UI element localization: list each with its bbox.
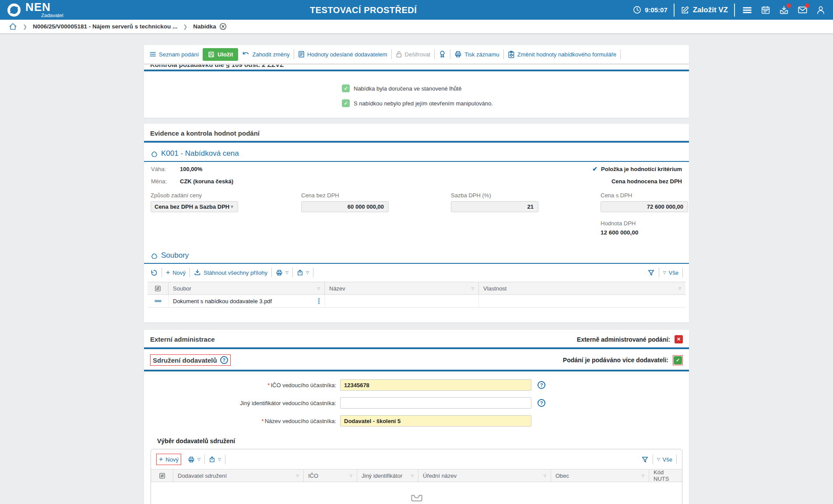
column-header-jiny-identifikator[interactable]: Jiný identifikátor▽ bbox=[357, 469, 418, 482]
drag-handle-icon[interactable] bbox=[318, 298, 320, 304]
discard-changes-button[interactable]: Zahodit změny bbox=[242, 51, 289, 58]
column-header-kod-nuts[interactable]: Kód NUTS bbox=[649, 469, 682, 482]
export-grid-button[interactable]: ▽ bbox=[209, 456, 221, 463]
brand-subtitle: Zadavatel bbox=[41, 13, 63, 18]
filter-icon[interactable]: ▽ bbox=[408, 474, 414, 478]
ico-field-row: *IČO vedoucího účastníka: ? bbox=[144, 379, 689, 391]
seznam-podani-button[interactable]: Seznam podání bbox=[149, 51, 199, 58]
zpusob-label: Způsob zadání ceny bbox=[151, 192, 243, 199]
filter-icon[interactable]: ▽ bbox=[639, 474, 644, 478]
show-all-button[interactable]: ▽ Vše bbox=[663, 270, 678, 276]
app-header: NEN Zadavatel TESTOVACÍ PROSTŘEDÍ 9:05:0… bbox=[0, 0, 833, 20]
menu-button[interactable] bbox=[741, 4, 753, 16]
column-header-nazev[interactable]: Název▽ bbox=[324, 282, 478, 294]
section-rule bbox=[144, 370, 689, 371]
show-all-button[interactable]: ▽ Vše bbox=[657, 456, 672, 463]
filter-icon[interactable]: ▽ bbox=[315, 287, 320, 290]
supplier-values-button[interactable]: Hodnoty odeslané dodavatelem bbox=[298, 51, 387, 58]
column-header-vlastnost[interactable]: Vlastnost▽ bbox=[478, 282, 685, 294]
column-header-dodavatel[interactable]: Dodavatel sdružení▽ bbox=[173, 469, 303, 482]
filter-icon[interactable]: ▽ bbox=[676, 287, 681, 290]
column-header-obec[interactable]: Obec▽ bbox=[551, 469, 649, 482]
printer-icon bbox=[454, 51, 462, 58]
unlock-icon bbox=[396, 51, 402, 58]
row-menu-button[interactable] bbox=[148, 295, 168, 307]
checkbox-red-cross[interactable]: ✕ bbox=[675, 335, 683, 343]
certificate-button[interactable] bbox=[439, 50, 446, 58]
annotation-rectangle: ✓ bbox=[673, 355, 683, 365]
breadcrumb-tab-nabidka[interactable]: Nabídka bbox=[193, 23, 227, 30]
person-icon bbox=[816, 5, 826, 15]
divider bbox=[271, 268, 272, 277]
environment-title: TESTOVACÍ PROSTŘEDÍ bbox=[310, 5, 417, 15]
clock-value: 9:05:07 bbox=[645, 6, 668, 14]
refresh-button[interactable] bbox=[150, 269, 158, 276]
nen-logo[interactable]: NEN Zadavatel bbox=[6, 1, 63, 18]
filter-icon[interactable]: ▽ bbox=[469, 287, 474, 290]
filter-icon[interactable]: ▽ bbox=[541, 474, 546, 478]
divider bbox=[676, 455, 677, 464]
home-icon[interactable] bbox=[9, 22, 17, 31]
calendar-icon bbox=[761, 5, 770, 15]
change-form-values-button[interactable]: Změnit hodnoty nabídkového formuláře bbox=[508, 51, 616, 58]
chevron-down-icon: ▼ bbox=[230, 204, 234, 209]
checkbox-green-check[interactable]: ✓ bbox=[674, 356, 682, 364]
help-icon[interactable]: ? bbox=[220, 356, 228, 364]
column-header-soubor[interactable]: Soubor▽ bbox=[168, 282, 324, 294]
print-grid-button[interactable]: ▽ bbox=[276, 270, 288, 276]
filter-icon[interactable]: ▽ bbox=[347, 474, 352, 478]
cell-nazev[interactable] bbox=[324, 295, 478, 307]
filter-button[interactable] bbox=[641, 456, 649, 463]
divider bbox=[225, 455, 225, 464]
chevron-right-icon: ❯ bbox=[23, 24, 27, 30]
vyber-title: Výběr dodavatelů sdružení bbox=[144, 433, 689, 449]
column-header-uredni-nazev[interactable]: Úřední název▽ bbox=[418, 469, 551, 482]
cell-vlastnost[interactable] bbox=[478, 295, 685, 307]
help-icon[interactable]: ? bbox=[538, 399, 545, 407]
refresh-icon bbox=[150, 269, 158, 276]
cena-bez-dph-input[interactable] bbox=[301, 201, 389, 212]
calendar-button[interactable] bbox=[759, 4, 772, 16]
plus-icon: + bbox=[159, 455, 163, 463]
sazba-dph-input[interactable] bbox=[451, 201, 538, 212]
profile-button[interactable] bbox=[815, 4, 827, 16]
brand-name: NEN bbox=[25, 1, 63, 13]
vyber-new-button[interactable]: + Nový bbox=[159, 455, 179, 463]
vyber-table-header: Dodavatel sdružení▽ IČO▽ Jiný identifiká… bbox=[151, 469, 682, 482]
downloads-button[interactable] bbox=[778, 4, 790, 16]
messages-button[interactable] bbox=[796, 4, 808, 16]
table-row[interactable]: Dokument s nabídkou dodavatele 3.pdf bbox=[148, 295, 685, 308]
jiny-identifikator-input[interactable] bbox=[340, 397, 531, 409]
save-icon bbox=[208, 51, 214, 58]
notification-badge bbox=[787, 4, 791, 8]
cena-s-dph-input[interactable] bbox=[601, 201, 688, 212]
filter-icon[interactable]: ▽ bbox=[294, 474, 299, 478]
create-vz-button[interactable]: Založit VZ bbox=[681, 6, 728, 14]
empty-state: Žádné záznamy. V tomto seznamu nemáme co… bbox=[151, 482, 682, 504]
price-entry-mode-select[interactable]: Cena bez DPH a Sazba DPH ▼ bbox=[151, 201, 238, 212]
download-all-attachments-button[interactable]: Stáhnout všechny přílohy bbox=[194, 269, 267, 276]
print-grid-button[interactable]: ▽ bbox=[188, 456, 200, 463]
filter-button[interactable] bbox=[647, 269, 655, 276]
close-icon[interactable] bbox=[219, 23, 227, 30]
section-title-clipped: Kontrola požadavků dle § 109 odst. 2 ZZV… bbox=[144, 65, 689, 68]
nazev-vedouciho-input[interactable] bbox=[340, 415, 531, 427]
column-header-ico[interactable]: IČO▽ bbox=[303, 469, 357, 482]
printer-icon bbox=[188, 456, 195, 463]
breadcrumb-case[interactable]: N006/25/V00005181 - Nájem serverů s tech… bbox=[33, 23, 177, 30]
funnel-icon bbox=[647, 269, 655, 276]
vice-dodavateli-flag: Podání je podáváno více dodavateli: ✓ bbox=[563, 355, 683, 365]
column-settings-button[interactable] bbox=[148, 282, 168, 294]
divider bbox=[190, 268, 190, 277]
column-settings-button[interactable] bbox=[151, 469, 173, 482]
soubory-new-button[interactable]: + Nový bbox=[166, 269, 186, 276]
print-record-button[interactable]: Tisk záznamu bbox=[454, 51, 499, 58]
cell-soubor[interactable]: Dokument s nabídkou dodavatele 3.pdf bbox=[168, 295, 324, 307]
save-button[interactable]: Uložit bbox=[203, 48, 238, 61]
externi-title: Externí administrace bbox=[150, 336, 215, 343]
nazev-field-row: *Název vedoucího účastníka: bbox=[144, 415, 689, 427]
ico-vedouciho-input[interactable] bbox=[340, 379, 531, 391]
export-grid-button[interactable]: ▽ bbox=[297, 269, 309, 276]
help-icon[interactable]: ? bbox=[538, 381, 545, 389]
clock-icon bbox=[633, 6, 641, 14]
